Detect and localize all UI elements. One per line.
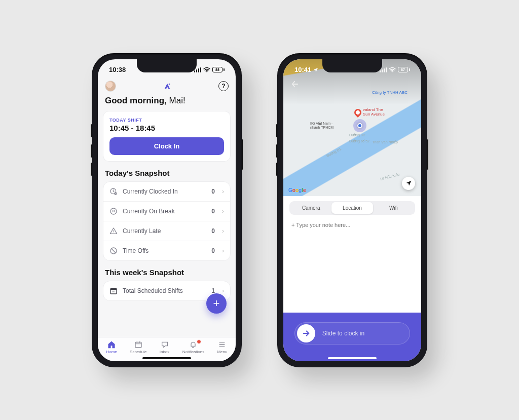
map-street-label: Đường D1 xyxy=(326,147,342,158)
tab-label: Notifications xyxy=(182,350,205,354)
slider-panel: Slide to clock in xyxy=(283,313,421,361)
map-view[interactable]: 10:41 87 xyxy=(283,59,421,196)
back-button[interactable] xyxy=(290,80,300,89)
svg-point-9 xyxy=(113,291,114,292)
svg-rect-11 xyxy=(135,342,141,348)
clock-in-button[interactable]: Clock In xyxy=(109,137,224,155)
note-input[interactable] xyxy=(291,222,413,228)
status-time: 10:41 xyxy=(294,66,311,73)
row-on-break[interactable]: Currently On Break 0 › xyxy=(103,202,230,221)
slider-label: Slide to clock in xyxy=(322,330,364,337)
clock-in-screen: 10:41 87 xyxy=(283,59,421,361)
row-value: 0 xyxy=(211,188,215,195)
clock-check-icon xyxy=(109,187,118,196)
battery-icon: 88 xyxy=(212,67,225,72)
today-shift-label: TODAY SHIFT xyxy=(109,118,224,123)
chevron-right-icon: › xyxy=(222,208,224,215)
tab-label: Home xyxy=(106,350,117,354)
map-street-label: Đường D2 xyxy=(349,133,365,137)
svg-rect-7 xyxy=(110,288,117,290)
google-logo: Google xyxy=(288,187,306,193)
calendar-icon xyxy=(133,340,143,349)
battery-icon: 87 xyxy=(398,67,410,72)
warning-icon xyxy=(109,227,118,235)
svg-point-1 xyxy=(169,83,170,85)
current-location-dot xyxy=(357,123,362,128)
device-notch xyxy=(137,59,197,72)
tab-label: Inbox xyxy=(160,350,170,354)
row-value: 0 xyxy=(211,227,215,235)
plus-icon: + xyxy=(213,297,220,310)
svg-point-12 xyxy=(392,71,393,72)
greeting-name: Mai! xyxy=(167,96,186,105)
device-notch xyxy=(322,59,382,72)
map-street-label: Lê Hữu Kiều xyxy=(380,172,400,181)
home-indicator[interactable] xyxy=(142,357,191,359)
row-label: Currently Clocked In xyxy=(123,188,206,195)
svg-point-10 xyxy=(115,291,115,292)
slider-knob[interactable] xyxy=(297,324,315,342)
row-value: 0 xyxy=(211,247,215,254)
tab-home[interactable]: Home xyxy=(106,340,117,354)
help-button[interactable]: ? xyxy=(218,81,229,91)
tab-label: Menu xyxy=(217,350,227,354)
block-icon xyxy=(109,247,118,255)
app-logo-icon xyxy=(163,82,171,90)
week-snapshot-title: This week's Snapshot xyxy=(98,261,236,281)
row-label: Currently Late xyxy=(123,227,206,235)
notifications-badge xyxy=(197,339,201,344)
wifi-icon xyxy=(389,67,396,72)
tab-label: Schedule xyxy=(130,350,146,354)
chevron-right-icon: › xyxy=(222,247,224,254)
svg-point-8 xyxy=(112,291,113,292)
menu-icon xyxy=(217,340,227,349)
row-label: Time Offs xyxy=(123,247,206,254)
map-poi-label: Công ty TNHH ABC xyxy=(370,90,409,95)
row-label: Currently On Break xyxy=(123,208,206,215)
battery-level: 87 xyxy=(401,68,405,71)
phone-mock-left: 10:38 88 ? Good morning, Mai! xyxy=(92,53,242,367)
segment-wifi[interactable]: Wifi xyxy=(373,202,414,214)
pause-circle-icon xyxy=(109,207,118,215)
greeting-bold: Good morning, xyxy=(105,96,167,105)
today-shift-time: 10:45 - 18:45 xyxy=(109,124,224,132)
tab-notifications[interactable]: Notifications xyxy=(182,340,205,354)
slide-to-clock-in[interactable]: Slide to clock in xyxy=(294,322,410,345)
today-shift-card: TODAY SHIFT 10:45 - 18:45 Clock In xyxy=(103,111,231,162)
segment-location[interactable]: Location xyxy=(331,202,373,214)
svg-point-4 xyxy=(110,208,117,214)
map-street-label: Thân Văn Nhiếp xyxy=(372,140,398,144)
chevron-right-icon: › xyxy=(222,287,224,294)
add-fab[interactable]: + xyxy=(206,293,227,314)
row-late[interactable]: Currently Late 0 › xyxy=(103,221,230,241)
home-screen: 10:38 88 ? Good morning, Mai! xyxy=(98,59,236,361)
segment-camera[interactable]: Camera xyxy=(290,202,331,214)
tab-inbox[interactable]: Inbox xyxy=(160,340,170,354)
calendar-icon xyxy=(109,287,118,295)
row-time-offs[interactable]: Time Offs 0 › xyxy=(103,241,230,260)
today-snapshot-title: Today's Snapshot xyxy=(98,162,236,181)
chevron-right-icon: › xyxy=(222,188,224,195)
avatar[interactable] xyxy=(105,81,116,92)
content-scroll[interactable]: TODAY SHIFT 10:45 - 18:45 Clock In Today… xyxy=(98,111,236,361)
recenter-button[interactable] xyxy=(402,177,415,190)
row-label: Total Scheduled Shifts xyxy=(123,287,206,294)
today-snapshot-list: Currently Clocked In 0 › Currently On Br… xyxy=(103,181,231,261)
map-poi-label: IIG Việt Nam - nhánh TPHCM xyxy=(309,121,335,130)
tab-menu[interactable]: Menu xyxy=(217,340,227,354)
location-arrow-icon xyxy=(313,67,318,72)
home-indicator[interactable] xyxy=(328,357,377,359)
map-street-label: Đường số 52 xyxy=(349,139,369,143)
home-icon xyxy=(106,340,117,349)
status-time: 10:38 xyxy=(109,66,126,73)
row-clocked-in[interactable]: Currently Clocked In 0 › xyxy=(103,182,230,202)
svg-point-0 xyxy=(206,71,207,72)
map-poi-label: valand The Sun Avenue xyxy=(361,107,386,117)
row-value: 0 xyxy=(211,208,215,215)
segmented-control: Camera Location Wifi xyxy=(283,196,421,215)
wifi-icon xyxy=(203,67,210,72)
tab-schedule[interactable]: Schedule xyxy=(130,340,146,354)
chevron-right-icon: › xyxy=(222,227,224,235)
chat-icon xyxy=(160,340,170,349)
phone-mock-right: 10:41 87 xyxy=(277,53,427,367)
